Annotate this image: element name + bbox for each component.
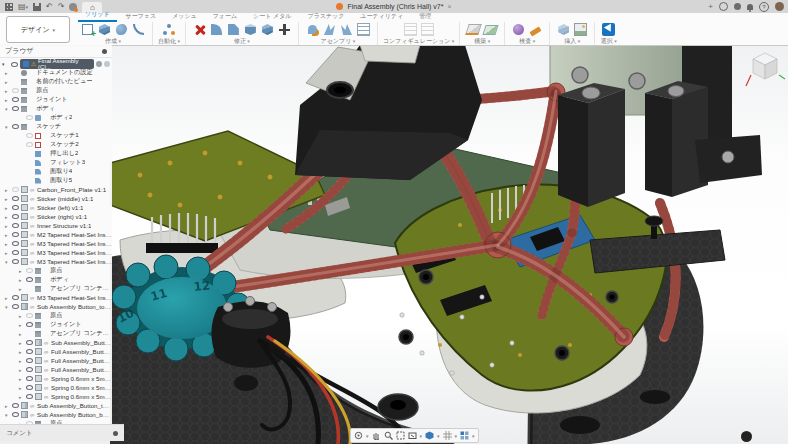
automated-modeling-icon[interactable] — [161, 22, 176, 37]
browser-tree-item[interactable]: 押し出し2 — [0, 149, 112, 158]
document-tab-title[interactable]: Final Assembly (Chris Hall) v7* — [347, 3, 443, 10]
group-label-configure[interactable]: コンフィギュレーション — [383, 37, 454, 46]
visibility-eye-icon[interactable] — [12, 304, 21, 309]
undo-icon[interactable]: ↶ — [46, 0, 53, 13]
expand-arrow-icon[interactable] — [19, 367, 26, 373]
browser-tree-item[interactable]: Sticker (left) v1:1 — [0, 203, 112, 212]
viewports-icon[interactable] — [460, 431, 469, 440]
visibility-eye-icon[interactable] — [26, 142, 35, 147]
browser-tree-item[interactable]: Sticker (middle) v1:1 — [0, 194, 112, 203]
visibility-eye-icon[interactable] — [26, 349, 35, 354]
redo-icon[interactable]: ↷ — [58, 0, 65, 13]
group-label-assemble[interactable]: アセンブリ — [321, 37, 356, 46]
visibility-eye-icon[interactable] — [12, 223, 21, 228]
browser-tree-item[interactable]: 面取り4 — [0, 167, 112, 176]
browser-tree-item[interactable]: ドキュメントの設定 — [0, 68, 112, 77]
expand-arrow-icon[interactable] — [5, 304, 12, 310]
group-label-automate[interactable]: 自動化 — [158, 37, 180, 46]
browser-tree-item[interactable]: Sub Assembly Button_botto... — [0, 410, 112, 419]
visibility-eye-icon[interactable] — [12, 232, 21, 237]
pipe-icon[interactable] — [131, 22, 146, 37]
grid-settings-icon[interactable] — [443, 431, 452, 440]
browser-tree-item[interactable]: Spring 0.6mm x 5mm x 1... — [0, 392, 112, 401]
expand-arrow-icon[interactable] — [5, 241, 12, 247]
insert-mesh-icon[interactable] — [556, 22, 571, 37]
browser-tree-item[interactable]: 原点 — [0, 266, 112, 275]
press-pull-icon[interactable] — [192, 22, 207, 37]
visibility-eye-icon[interactable] — [12, 124, 21, 129]
expand-arrow-icon[interactable] — [5, 70, 12, 76]
comments-bar[interactable]: コメント — [0, 424, 124, 441]
visibility-eye-icon[interactable] — [12, 106, 21, 111]
browser-tree-item[interactable]: Sub Assembly Button_top_le... — [0, 302, 112, 311]
browser-tree-item[interactable]: アセンブリ コンテキスト — [0, 329, 112, 338]
browser-tree-item[interactable]: Sub Assembly_Button Pla... — [0, 338, 112, 347]
expand-arrow-icon[interactable] — [5, 403, 12, 409]
configuration-table-icon[interactable] — [420, 22, 435, 37]
expand-arrow-icon[interactable] — [19, 394, 26, 400]
construction-plane-icon[interactable] — [466, 22, 481, 37]
model-rubber-foot[interactable] — [640, 390, 670, 404]
browser-tree-item[interactable]: ボディ — [0, 104, 112, 113]
avatar[interactable] — [775, 2, 784, 11]
toolbar-tab[interactable]: メッシュ — [165, 12, 204, 22]
info-icon[interactable] — [96, 61, 102, 67]
visibility-eye-icon[interactable] — [12, 97, 21, 102]
expand-arrow-icon[interactable] — [5, 97, 12, 103]
browser-tree-item[interactable]: Full Assembly_Button_top... — [0, 365, 112, 374]
expand-arrow-icon[interactable] — [19, 385, 26, 391]
expand-arrow-icon[interactable] — [5, 205, 12, 211]
orbit-icon[interactable] — [354, 431, 363, 440]
browser-tree-item[interactable]: スケッチ1 — [0, 131, 112, 140]
toolbar-tab[interactable]: ユーティリティ — [353, 12, 410, 22]
visibility-eye-icon[interactable] — [12, 214, 21, 219]
expand-arrow-icon[interactable] — [5, 223, 12, 229]
close-tab-icon[interactable]: × — [448, 3, 452, 10]
expand-arrow-icon[interactable] — [5, 232, 12, 238]
visibility-eye-icon[interactable] — [12, 88, 21, 93]
comments-icon[interactable] — [113, 431, 118, 436]
file-menu-icon[interactable]: ▤▾ — [18, 0, 28, 14]
expand-arrow-icon[interactable] — [19, 376, 26, 382]
expand-arrow-icon[interactable] — [19, 268, 26, 274]
create-sketch-icon[interactable] — [80, 22, 95, 37]
visibility-eye-icon[interactable] — [26, 268, 35, 273]
browser-tree-item[interactable]: 原点 — [0, 86, 112, 95]
browser-tree-item[interactable]: Full Assembly_Button_top... — [0, 347, 112, 356]
configuration-icon[interactable] — [403, 22, 418, 37]
pan-icon[interactable] — [372, 431, 381, 440]
display-state-icon[interactable] — [104, 61, 110, 67]
browser-tree-item[interactable]: Inner Structure v1:1 — [0, 221, 112, 230]
browser-tree-item[interactable]: ジョイント — [0, 95, 112, 104]
fit-icon[interactable] — [396, 431, 405, 440]
visibility-eye-icon[interactable] — [12, 259, 21, 264]
expand-arrow-icon[interactable] — [5, 412, 12, 418]
notifications-icon[interactable] — [747, 4, 753, 10]
group-label-modify[interactable]: 修正 — [234, 37, 250, 46]
zoom-icon[interactable] — [384, 431, 393, 440]
extrude-icon[interactable] — [97, 22, 112, 37]
browser-filter-icon[interactable] — [102, 49, 107, 54]
model-rubber-foot[interactable] — [560, 416, 600, 434]
visibility-eye-icon[interactable] — [26, 385, 35, 390]
visibility-eye-icon[interactable] — [26, 340, 35, 345]
combine-icon[interactable] — [260, 22, 275, 37]
browser-tree-item[interactable]: スケッチ — [0, 122, 112, 131]
browser-tree-item[interactable]: ジョイント — [0, 320, 112, 329]
visibility-eye-icon[interactable] — [12, 187, 21, 192]
workspace-selector[interactable]: デザイン▾ — [6, 16, 70, 43]
expand-arrow-icon[interactable] — [5, 79, 12, 85]
expand-arrow-icon[interactable] — [5, 106, 12, 112]
visibility-eye-icon[interactable] — [12, 205, 21, 210]
browser-tree-item[interactable]: Carbon_Front_Plate v1:1 — [0, 185, 112, 194]
save-icon[interactable] — [33, 3, 41, 11]
visibility-eye-icon[interactable] — [26, 115, 35, 120]
browser-tree-item[interactable]: 面取り5 — [0, 176, 112, 185]
profile-sync-icon[interactable] — [69, 3, 77, 11]
visibility-eye-icon[interactable] — [26, 376, 35, 381]
extensions-icon[interactable] — [734, 3, 741, 10]
visibility-eye-icon[interactable] — [12, 250, 21, 255]
offset-plane-icon[interactable] — [483, 22, 498, 37]
visibility-eye-icon[interactable] — [26, 133, 35, 138]
section-analysis-icon[interactable] — [528, 22, 543, 37]
